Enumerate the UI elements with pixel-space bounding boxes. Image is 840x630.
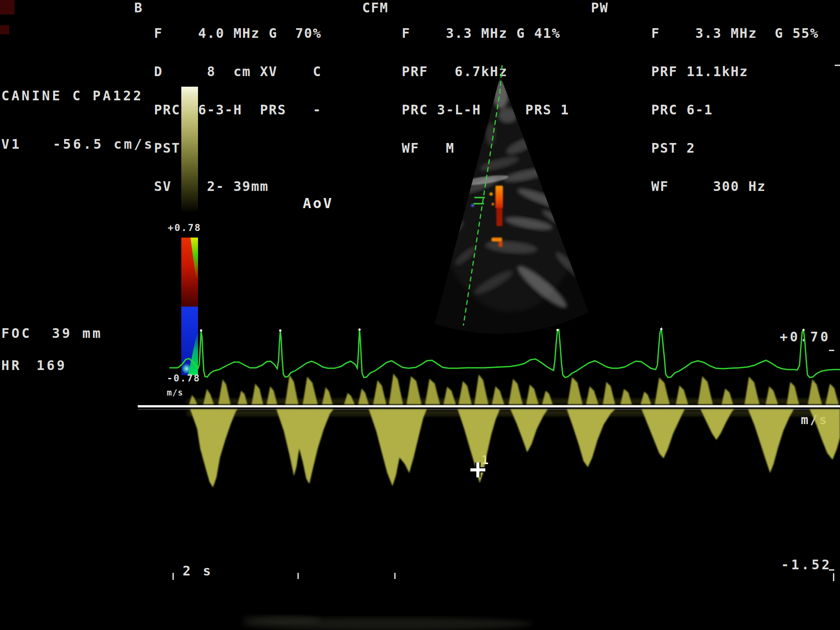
display-graphics — [0, 0, 840, 630]
ultrasound-screen: B F 4.0 MHz G 70% D 8 cm XV C PRC 6-3-H … — [0, 0, 840, 630]
sector-image[interactable] — [435, 76, 589, 334]
velocity-scale-ticks — [829, 65, 840, 581]
time-axis-ticks — [172, 573, 396, 580]
bottom-noise — [242, 615, 532, 630]
spectral-envelopes-below-baseline — [187, 409, 840, 487]
spectral-trace-above-baseline — [187, 374, 840, 404]
ecg-trace — [169, 328, 840, 377]
sector-speckle — [436, 81, 585, 313]
spectral-baseline — [138, 405, 840, 410]
